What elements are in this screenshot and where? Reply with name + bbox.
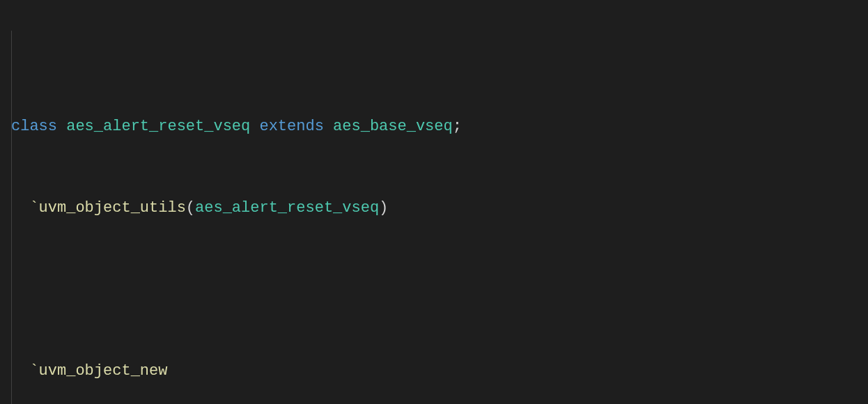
code-token: class	[11, 118, 57, 135]
code-editor[interactable]: class aes_alert_reset_vseq extends aes_b…	[0, 0, 868, 404]
code-token: aes_alert_reset_vseq	[66, 118, 250, 135]
code-token: aes_base_vseq	[333, 118, 453, 135]
code-line	[11, 276, 868, 303]
code-token: )	[379, 199, 388, 217]
code-token: extends	[259, 118, 323, 135]
code-token: `uvm_object_utils	[29, 199, 185, 217]
code-token	[57, 118, 66, 135]
code-token	[11, 199, 29, 217]
code-token: `uvm_object_new	[29, 362, 167, 380]
code-token	[11, 362, 29, 380]
code-line: `uvm_object_utils(aes_alert_reset_vseq)	[11, 194, 868, 222]
code-token: (	[186, 199, 195, 217]
code-line: class aes_alert_reset_vseq extends aes_b…	[11, 113, 868, 140]
code-token	[324, 118, 333, 135]
code-line: `uvm_object_new	[11, 357, 868, 384]
code-token: aes_alert_reset_vseq	[195, 199, 379, 217]
code-token	[250, 118, 259, 135]
code-token: ;	[453, 118, 462, 135]
